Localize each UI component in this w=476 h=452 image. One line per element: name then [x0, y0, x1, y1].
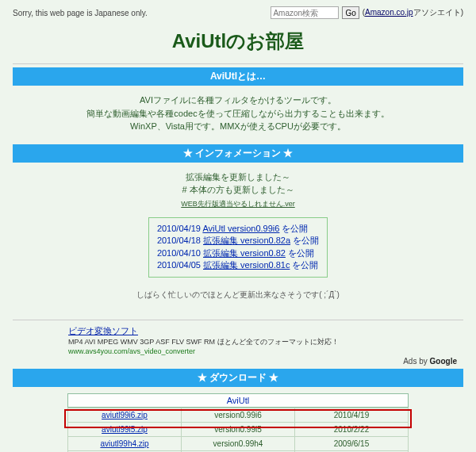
ads-by-label: Ads by Google: [19, 357, 457, 366]
news-link[interactable]: 拡張編集 version0.82a: [203, 236, 290, 245]
news-row: 2010/04/10 拡張編集 version0.82 を公開: [157, 247, 319, 259]
ad-block: ビデオ変換ソフト MP4 AVI MPEG WMV 3GP ASF FLV SW…: [68, 325, 408, 355]
info-body: 拡張編集を更新しました～ # 本体の方も更新しました～ WEB先行版適当やるしれ…: [13, 163, 463, 316]
page-title: AviUtlのお部屋: [13, 29, 463, 54]
news-box: 2010/04/19 AviUtl version0.99i6 を公開2010/…: [148, 217, 328, 278]
search-go-button[interactable]: Go: [342, 6, 359, 19]
download-date: 2010/2/22: [295, 422, 409, 436]
download-section: AviUtl aviutl99i6.zipversion0.99i62010/4…: [67, 393, 409, 452]
download-version: version0.99h4: [182, 436, 295, 450]
busy-text: しばらく忙しいのでほとんど更新出来なさそうです( ;´Д`): [13, 289, 463, 301]
news-link[interactable]: AviUtl version0.99i6: [202, 224, 279, 233]
ad-desc: MP4 AVI MPEG WMV 3GP ASF FLV SWF RM ほとんど…: [68, 337, 408, 347]
news-link[interactable]: 拡張編集 version0.82: [203, 248, 286, 258]
about-header: AviUtlとは…: [13, 67, 463, 86]
info-small-link[interactable]: WEB先行版適当やるしれません.ver: [181, 200, 295, 208]
download-table: aviutl99i6.zipversion0.99i62010/4/19aviu…: [67, 408, 409, 452]
download-file-link[interactable]: aviutl99i5.zip: [102, 425, 148, 434]
download-category-header: AviUtl: [67, 393, 409, 408]
amazon-search-input[interactable]: [271, 6, 339, 19]
amazon-link[interactable]: Amazon.co.jp: [365, 8, 413, 17]
amazon-associate-text: (Amazon.co.jpアソシエイト): [363, 7, 463, 18]
download-date: 2009/6/15: [295, 436, 409, 450]
download-header: ★ ダウンロード ★: [13, 369, 463, 387]
news-row: 2010/04/05 拡張編集 version0.81c を公開: [157, 259, 319, 271]
download-version: version0.99i6: [182, 408, 295, 422]
download-date: 2010/4/19: [295, 408, 409, 422]
table-row: aviutl99i6.zipversion0.99i62010/4/19: [68, 408, 409, 422]
divider: [13, 320, 463, 320]
table-row: aviutl99h4.zipversion0.99h42009/6/15: [68, 436, 409, 450]
table-row: aviutl99i5.zipversion0.99i52010/2/22: [68, 422, 409, 436]
download-version: version0.99i5: [182, 422, 295, 436]
ad-title-link[interactable]: ビデオ変換ソフト: [68, 326, 138, 335]
ad-url: www.avs4you.com/avs_video_converter: [68, 347, 408, 355]
about-body: AVIファイルに各種フィルタをかけるツールです。 簡単な動画編集や各種codec…: [13, 86, 463, 141]
download-file-link[interactable]: aviutl99h4.zip: [100, 439, 148, 448]
news-row: 2010/04/18 拡張編集 version0.82a を公開: [157, 235, 319, 247]
info-header: ★ インフォメーション ★: [13, 144, 463, 163]
news-row: 2010/04/19 AviUtl version0.99i6 を公開: [157, 223, 319, 235]
download-file-link[interactable]: aviutl99i6.zip: [102, 411, 148, 419]
news-link[interactable]: 拡張編集 version0.81c: [203, 260, 290, 270]
divider: [13, 63, 463, 64]
jp-only-notice: Sorry, this web page is Japanese only.: [13, 9, 148, 17]
